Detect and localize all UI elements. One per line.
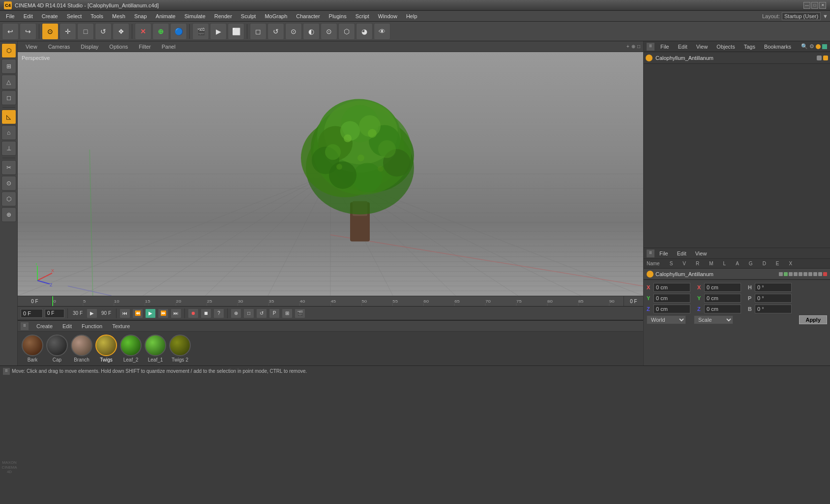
coord-b-rot[interactable] xyxy=(755,305,792,313)
panel-menu-objects[interactable]: Objects xyxy=(712,43,739,51)
coord-y-pos[interactable] xyxy=(653,294,690,303)
nurbs-btn[interactable]: ⊙ xyxy=(285,23,302,40)
mat-menu-texture[interactable]: Texture xyxy=(108,322,134,330)
menu-help[interactable]: Help xyxy=(402,12,421,20)
subpanel-object-row[interactable]: Calophyllum_Antillanum xyxy=(644,269,830,280)
material-cap[interactable]: Cap xyxy=(46,335,68,363)
transport-question-btn[interactable]: ? xyxy=(213,308,224,318)
menu-render[interactable]: Render xyxy=(210,12,236,20)
menu-tools[interactable]: Tools xyxy=(87,12,107,20)
viewport-icon-add[interactable]: ⊕ xyxy=(631,44,635,49)
transport-begin-btn[interactable]: ⏮ xyxy=(119,308,130,318)
mode-rotate-btn[interactable]: ↺ xyxy=(95,23,112,40)
render-region-btn[interactable]: ⬜ xyxy=(228,23,244,40)
transport-p-btn[interactable]: P xyxy=(269,308,280,318)
panel-menu-bookmarks[interactable]: Bookmarks xyxy=(760,43,795,51)
edit-z-btn[interactable]: 🔵 xyxy=(170,23,187,40)
menu-animate[interactable]: Animate xyxy=(152,12,179,20)
layout-value[interactable]: Startup (User) xyxy=(782,12,821,20)
tool-move-btn[interactable]: ◺ xyxy=(1,110,16,124)
panel-settings-icon[interactable]: ⚙ xyxy=(809,43,814,50)
subpanel-view[interactable]: View xyxy=(691,250,711,257)
viewport-tab-filter[interactable]: Filter xyxy=(134,43,155,51)
transport-prev-btn[interactable]: ⏪ xyxy=(132,308,143,318)
mat-menu-create[interactable]: Create xyxy=(32,322,57,330)
material-twigs[interactable]: Twigs xyxy=(95,335,117,363)
mode-scale-btn[interactable]: □ xyxy=(77,23,94,40)
viewport-tab-display[interactable]: Display xyxy=(76,43,103,51)
material-twigs2[interactable]: Twigs 2 xyxy=(169,335,191,363)
apply-button[interactable]: Apply xyxy=(799,315,827,324)
viewport-tab-options[interactable]: Options xyxy=(104,43,133,51)
viewport-tab-panel[interactable]: Panel xyxy=(157,43,180,51)
tool-scale-btn[interactable]: ⌂ xyxy=(1,125,16,140)
menu-snap[interactable]: Snap xyxy=(130,12,151,20)
tool-loop-btn[interactable]: ⊙ xyxy=(1,176,16,191)
window-controls[interactable]: — □ ✕ xyxy=(803,2,826,9)
eye-btn[interactable]: 👁 xyxy=(374,23,390,40)
panel-menu-tags[interactable]: Tags xyxy=(740,43,759,51)
menu-edit[interactable]: Edit xyxy=(20,12,37,20)
panel-menu-file[interactable]: File xyxy=(656,43,673,51)
menu-plugins[interactable]: Plugins xyxy=(325,12,351,20)
transport-play-btn[interactable]: ▶ xyxy=(87,308,97,318)
viewport-3d[interactable]: Perspective xyxy=(18,52,643,296)
transport-key-btn[interactable]: ⊕ xyxy=(231,308,241,318)
mat-menu-edit[interactable]: Edit xyxy=(59,322,76,330)
mode-move-btn[interactable]: ⊙ xyxy=(42,23,59,40)
panel-menu-view[interactable]: View xyxy=(692,43,712,51)
coord-z-size[interactable] xyxy=(704,305,741,313)
viewport-tab-cameras[interactable]: Cameras xyxy=(43,43,75,51)
transport-play-main-btn[interactable]: ▶ xyxy=(145,308,156,318)
coord-p-rot[interactable] xyxy=(755,294,792,303)
coord-world-dropdown[interactable]: World xyxy=(647,315,686,324)
edit-x-btn[interactable]: ✕ xyxy=(135,23,151,40)
coord-x-pos[interactable] xyxy=(653,283,690,292)
coord-y-size[interactable] xyxy=(704,294,741,303)
mode-transform-btn[interactable]: ❖ xyxy=(113,23,129,40)
current-frame-field[interactable] xyxy=(21,309,43,318)
spline-btn[interactable]: ↺ xyxy=(267,23,284,40)
transport-stop-btn[interactable]: ⏹ xyxy=(201,308,211,318)
menu-create[interactable]: Create xyxy=(38,12,62,20)
deformer-btn[interactable]: ◐ xyxy=(303,23,320,40)
undo-btn[interactable]: ↩ xyxy=(2,23,19,40)
minimize-btn[interactable]: — xyxy=(803,2,810,9)
tool-mesh-btn[interactable]: ⊞ xyxy=(1,59,16,74)
tool-cut-btn[interactable]: ✂ xyxy=(1,160,16,175)
coord-scale-dropdown[interactable]: Scale xyxy=(694,315,733,324)
menu-file[interactable]: File xyxy=(2,12,19,20)
menu-select[interactable]: Select xyxy=(63,12,86,20)
floor-btn[interactable]: ◕ xyxy=(356,23,373,40)
panel-search-icon[interactable]: 🔍 xyxy=(801,43,808,50)
layout-selector[interactable]: Layout: Startup (User) ▼ xyxy=(762,12,828,20)
mode-select-btn[interactable]: ✛ xyxy=(59,23,76,40)
menu-script[interactable]: Script xyxy=(352,12,373,20)
timeline-track[interactable]: 0 5 10 15 20 25 30 35 40 45 50 55 60 65 xyxy=(52,296,623,306)
material-branch[interactable]: Branch xyxy=(71,335,92,363)
transport-loop-btn[interactable]: ↺ xyxy=(256,308,267,318)
coord-x-size[interactable] xyxy=(704,283,741,292)
viewport-icon-box[interactable]: □ xyxy=(637,44,640,49)
edit-y-btn[interactable]: ⊕ xyxy=(152,23,169,40)
menu-window[interactable]: Window xyxy=(374,12,401,20)
light-btn[interactable]: ⬡ xyxy=(338,23,355,40)
render-preview-btn[interactable]: ▶ xyxy=(210,23,227,40)
transport-grid-btn[interactable]: ⊞ xyxy=(282,308,293,318)
material-bark[interactable]: Bark xyxy=(22,335,43,363)
mat-menu-function[interactable]: Function xyxy=(78,322,106,330)
viewport-icon-plus[interactable]: + xyxy=(626,44,629,49)
maximize-btn[interactable]: □ xyxy=(811,2,818,9)
transport-record-btn[interactable]: ⏺ xyxy=(188,308,199,318)
tool-edge-btn[interactable]: ◻ xyxy=(1,90,16,105)
material-leaf2[interactable]: Leaf_2 xyxy=(120,335,142,363)
panel-menu-edit[interactable]: Edit xyxy=(674,43,691,51)
menu-simulate[interactable]: Simulate xyxy=(180,12,209,20)
menu-sculpt[interactable]: Sculpt xyxy=(237,12,260,20)
viewport-tab-view[interactable]: View xyxy=(21,43,42,51)
menu-mesh[interactable]: Mesh xyxy=(108,12,129,20)
transport-film-btn[interactable]: 🎬 xyxy=(295,308,305,318)
transport-end-btn[interactable]: ⏭ xyxy=(171,308,181,318)
tool-bevel-btn[interactable]: ⊕ xyxy=(1,207,16,222)
tool-polygon-btn[interactable]: △ xyxy=(1,75,16,89)
